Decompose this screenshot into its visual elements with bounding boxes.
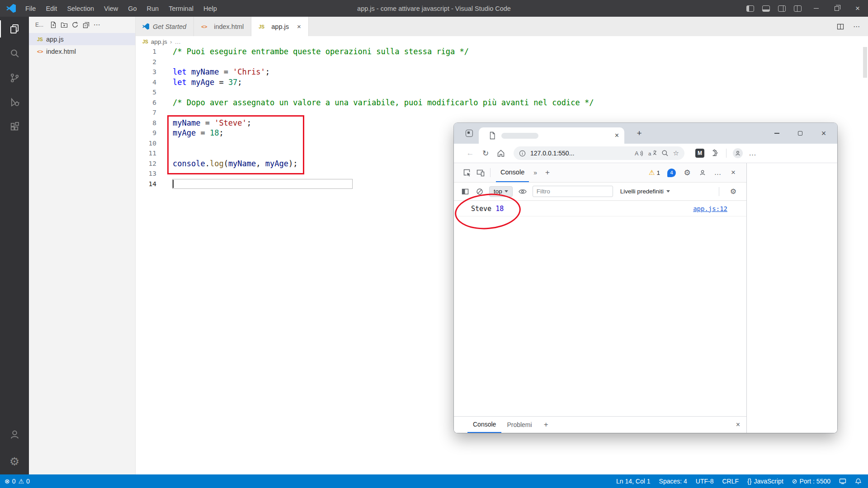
favorites-star-icon[interactable]: ☆ [673, 149, 679, 157]
tab-app-js[interactable]: JS app.js × [251, 17, 308, 36]
minimize-button[interactable] [806, 0, 826, 17]
log-source-link[interactable]: app.js:12 [693, 205, 727, 212]
feedback-icon[interactable] [696, 166, 709, 179]
explorer-icon[interactable] [0, 17, 29, 41]
menu-go[interactable]: Go [123, 0, 142, 17]
new-tab-icon[interactable]: + [632, 127, 646, 140]
translate-icon[interactable]: a [648, 150, 657, 157]
divider [490, 168, 491, 177]
titlebar: FileEditSelectionViewGoRunTerminalHelp a… [0, 0, 868, 17]
console-settings-gear-icon[interactable]: ⚙ [726, 185, 740, 198]
collapse-all-icon[interactable] [80, 19, 91, 30]
back-icon[interactable]: ← [465, 148, 476, 159]
devtools-menu-icon[interactable]: … [711, 166, 725, 179]
source-control-icon[interactable] [0, 66, 29, 90]
extensions-icon[interactable] [0, 114, 29, 139]
toggle-secondary-sidebar-icon[interactable] [778, 5, 786, 12]
log-levels-selector[interactable]: Livelli predefiniti [618, 188, 673, 195]
menu-run[interactable]: Run [142, 0, 164, 17]
live-server-port[interactable]: ⊘ Port : 5500 [792, 478, 830, 485]
console-filter-input[interactable] [533, 186, 613, 197]
more-actions-icon[interactable]: ⋯ [91, 19, 102, 30]
browser-close-button[interactable]: × [812, 123, 835, 144]
close-tab-icon[interactable]: × [297, 23, 301, 30]
browser-menu-icon[interactable]: … [747, 148, 758, 159]
file-item-app.js[interactable]: JSapp.js [29, 33, 135, 45]
warnings-counter[interactable]: ⚠ 1 [646, 169, 663, 177]
read-aloud-icon[interactable]: A [635, 150, 644, 157]
file-item-index.html[interactable]: <>index.html [29, 45, 135, 57]
breadcrumb-more[interactable]: … [175, 38, 181, 45]
refresh-icon[interactable]: ↻ [480, 148, 491, 159]
line-number: 2 [135, 57, 156, 67]
eol-sequence[interactable]: CRLF [722, 478, 739, 485]
browser-tab[interactable]: × [479, 127, 624, 144]
html-file-icon: <> [201, 24, 210, 29]
issues-counter[interactable]: 4 [665, 169, 679, 177]
toggle-sidebar-icon[interactable] [746, 5, 754, 12]
breadcrumb-file[interactable]: app.js [151, 38, 167, 45]
account-icon[interactable] [0, 422, 29, 446]
menu-edit[interactable]: Edit [41, 0, 62, 17]
divider [719, 187, 719, 196]
profile-avatar[interactable] [733, 148, 743, 158]
code-line-4: let myAge = 37; [173, 77, 594, 88]
devtools-settings-gear-icon[interactable]: ⚙ [680, 166, 694, 179]
url-text[interactable]: 127.0.0.1:550... [530, 150, 630, 157]
language-mode[interactable]: {} JavaScript [747, 478, 783, 485]
tab-actions-icon[interactable] [466, 130, 473, 137]
eye-icon[interactable] [517, 185, 528, 198]
devtools-tab-console[interactable]: Console [496, 163, 529, 182]
devtools-close-icon[interactable]: × [726, 166, 740, 179]
drawer-add-tab-icon[interactable]: + [538, 420, 555, 429]
line-number: 8 [135, 118, 156, 128]
editor-more-actions-icon[interactable]: ⋯ [853, 23, 860, 31]
add-devtools-tab-icon[interactable]: + [542, 168, 553, 177]
device-toolbar-icon[interactable] [474, 166, 487, 179]
encoding[interactable]: UTF-8 [696, 478, 714, 485]
chevron-down-icon [666, 190, 670, 192]
errors-indicator[interactable]: ⊗ 0 [5, 478, 16, 485]
line-number: 3 [135, 67, 156, 77]
drawer-tab-problems[interactable]: Problemi [501, 417, 537, 433]
browser-minimize-button[interactable] [765, 123, 788, 144]
console-sidebar-icon[interactable] [460, 185, 470, 198]
new-file-icon[interactable] [48, 19, 59, 30]
menu-help[interactable]: Help [198, 0, 222, 17]
browser-extensions-icon[interactable] [709, 148, 720, 159]
screencast-icon[interactable] [839, 478, 846, 484]
search-icon[interactable] [0, 41, 29, 66]
split-editor-icon[interactable] [837, 23, 844, 30]
menu-selection[interactable]: Selection [62, 0, 99, 17]
drawer-close-icon[interactable]: × [736, 421, 740, 429]
indentation[interactable]: Spaces: 4 [659, 478, 687, 485]
inspect-element-icon[interactable] [460, 166, 474, 179]
customize-layout-icon[interactable] [794, 5, 802, 12]
settings-gear-icon[interactable]: ⚙ [0, 449, 29, 474]
new-folder-icon[interactable] [59, 19, 70, 30]
menu-terminal[interactable]: Terminal [164, 0, 198, 17]
tab-get-started[interactable]: Get Started [135, 17, 194, 36]
menu-view[interactable]: View [99, 0, 123, 17]
breadcrumb[interactable]: JS app.js › … [135, 36, 868, 47]
extension-m-icon[interactable]: M [695, 149, 704, 158]
restore-button[interactable] [826, 0, 847, 17]
tab-index-html[interactable]: <> index.html [194, 17, 251, 36]
menu-file[interactable]: File [20, 0, 41, 17]
toggle-panel-icon[interactable] [762, 5, 770, 12]
refresh-icon[interactable] [70, 19, 80, 30]
browser-maximize-button[interactable] [788, 123, 812, 144]
more-tabs-icon[interactable]: » [529, 169, 542, 176]
close-button[interactable]: × [847, 0, 868, 17]
line-number: 5 [135, 87, 156, 98]
address-bar[interactable]: 127.0.0.1:550... A a ☆ [514, 146, 684, 160]
home-icon[interactable] [495, 148, 506, 159]
drawer-tab-console[interactable]: Console [467, 417, 501, 433]
warnings-indicator[interactable]: ⚠ 0 [19, 478, 30, 485]
notifications-bell-icon[interactable] [855, 478, 862, 485]
close-tab-icon[interactable]: × [615, 131, 619, 140]
cursor-position[interactable]: Ln 14, Col 1 [616, 478, 651, 485]
zoom-icon[interactable] [661, 150, 669, 157]
run-and-debug-icon[interactable] [0, 90, 29, 114]
site-info-icon[interactable] [519, 150, 526, 157]
